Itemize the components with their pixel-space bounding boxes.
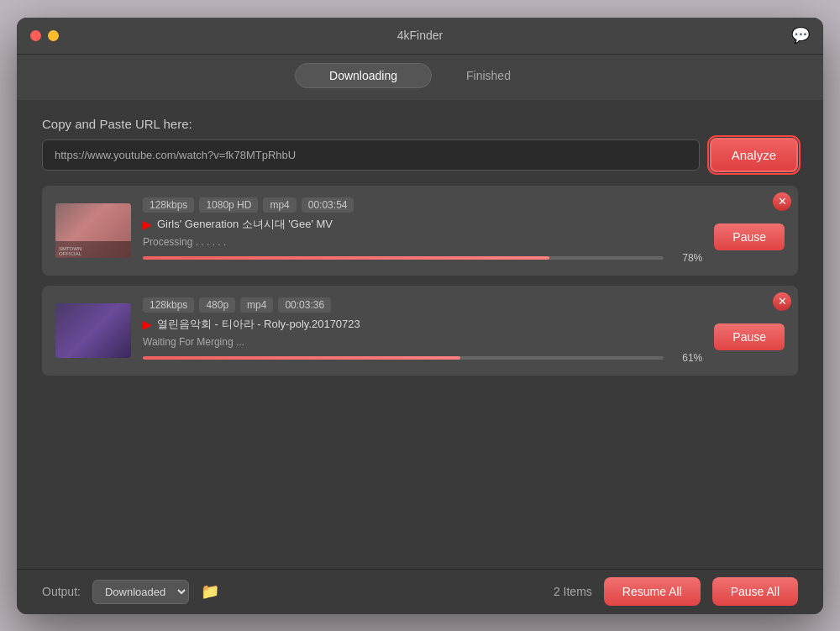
- item-actions-2: Pause: [714, 310, 785, 350]
- item-title-1: Girls' Generation 소녀시대 'Gee' MV: [157, 217, 333, 232]
- output-select[interactable]: Downloaded: [92, 580, 189, 604]
- download-item-1: SMTOWNOFFICIAL 128kbps 1080p HD mp4 00:0…: [42, 186, 798, 276]
- thumbnail-1: SMTOWNOFFICIAL: [55, 203, 131, 258]
- resume-all-button[interactable]: Resume All: [604, 577, 701, 606]
- youtube-icon-2: ▶: [143, 318, 152, 331]
- tab-downloading[interactable]: Downloading: [295, 63, 432, 88]
- item-info-2: 128kbps 480p mp4 00:03:36 ▶ 열린음악회 - 티아라 …: [143, 297, 702, 364]
- item-tags-1: 128kbps 1080p HD mp4 00:03:54: [143, 197, 702, 213]
- output-select-wrap: Downloaded: [92, 580, 189, 604]
- progress-bar-fill-1: [143, 256, 549, 260]
- item-tags-2: 128kbps 480p mp4 00:03:36: [143, 297, 702, 313]
- tag-duration-2: 00:03:36: [278, 297, 331, 313]
- tag-format-1: mp4: [263, 197, 296, 213]
- tag-bitrate-1: 128kbps: [143, 197, 194, 213]
- tag-quality-1: 1080p HD: [199, 197, 258, 213]
- thumb-girls: SMTOWNOFFICIAL: [55, 203, 131, 258]
- item-info-1: 128kbps 1080p HD mp4 00:03:54 ▶ Girls' G…: [143, 197, 702, 264]
- tag-duration-1: 00:03:54: [302, 197, 354, 213]
- url-row: Analyze: [42, 138, 798, 172]
- progress-pct-2: 61%: [672, 352, 702, 364]
- thumb-concert: [55, 303, 131, 358]
- tag-quality-2: 480p: [199, 297, 235, 313]
- pause-button-2[interactable]: Pause: [714, 323, 785, 350]
- thumbnail-2: [55, 303, 131, 358]
- item-actions-1: Pause: [714, 210, 785, 250]
- progress-row-1: 78%: [143, 252, 702, 264]
- close-item-1[interactable]: ✕: [773, 192, 791, 211]
- pause-all-button[interactable]: Pause All: [712, 577, 798, 606]
- app-title: 4kFinder: [397, 29, 443, 42]
- progress-pct-1: 78%: [672, 252, 702, 264]
- progress-bar-fill-2: [143, 356, 460, 360]
- titlebar: 4kFinder 💬: [17, 18, 823, 55]
- progress-row-2: 61%: [143, 352, 702, 364]
- progress-bar-bg-2: [143, 356, 664, 360]
- item-status-1: Processing . . . . . .: [143, 236, 702, 248]
- youtube-icon-1: ▶: [143, 218, 152, 231]
- url-input[interactable]: [42, 139, 700, 171]
- download-items: SMTOWNOFFICIAL 128kbps 1080p HD mp4 00:0…: [42, 186, 798, 552]
- output-label: Output:: [42, 585, 81, 598]
- item-title-2: 열린음악회 - 티아라 - Roly-poly.20170723: [157, 317, 360, 332]
- items-count: 2 Items: [554, 585, 592, 598]
- pause-button-1[interactable]: Pause: [714, 223, 785, 250]
- folder-icon[interactable]: 📁: [201, 582, 219, 601]
- minimize-button[interactable]: [48, 30, 59, 41]
- item-title-row-2: ▶ 열린음악회 - 티아라 - Roly-poly.20170723: [143, 317, 702, 332]
- analyze-button[interactable]: Analyze: [710, 138, 798, 172]
- tag-format-2: mp4: [240, 297, 273, 313]
- url-section: Copy and Paste URL here: Analyze: [42, 117, 798, 172]
- download-item-2: 128kbps 480p mp4 00:03:36 ▶ 열린음악회 - 티아라 …: [42, 286, 798, 376]
- item-status-2: Waiting For Merging ...: [143, 336, 702, 348]
- content-area: Copy and Paste URL here: Analyze SMTOWNO…: [17, 100, 823, 569]
- url-label: Copy and Paste URL here:: [42, 117, 798, 131]
- close-item-2[interactable]: ✕: [773, 292, 791, 311]
- thumb-label: SMTOWNOFFICIAL: [59, 246, 81, 256]
- tag-bitrate-2: 128kbps: [143, 297, 194, 313]
- close-button[interactable]: [30, 30, 41, 41]
- main-window: 4kFinder 💬 Downloading Finished Copy and…: [17, 18, 823, 614]
- traffic-lights: [30, 30, 59, 41]
- item-title-row-1: ▶ Girls' Generation 소녀시대 'Gee' MV: [143, 217, 702, 232]
- tab-finished[interactable]: Finished: [432, 63, 545, 88]
- tabs-bar: Downloading Finished: [17, 55, 823, 100]
- progress-bar-bg-1: [143, 256, 664, 260]
- bottom-bar: Output: Downloaded 📁 2 Items Resume All …: [17, 569, 823, 614]
- chat-icon[interactable]: 💬: [791, 26, 810, 45]
